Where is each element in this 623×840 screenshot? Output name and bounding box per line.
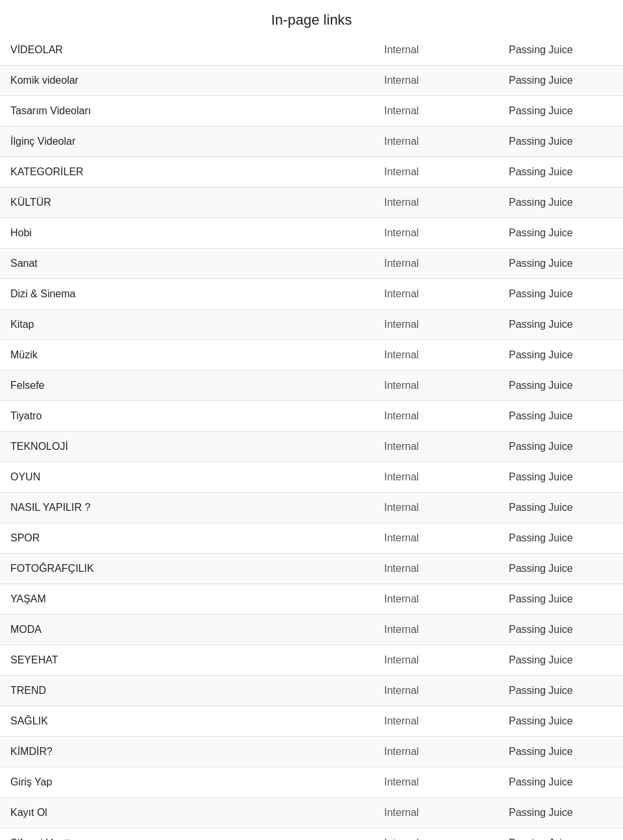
table-row: TEKNOLOJİInternalPassing Juice	[0, 432, 623, 462]
juice-cell: Passing Juice	[498, 493, 623, 523]
type-cell: Internal	[374, 706, 498, 737]
link-cell: MODA	[0, 615, 374, 645]
link-cell: KİMDİR?	[0, 737, 374, 767]
link-cell: FOTOĞRAFÇILIK	[0, 554, 374, 584]
type-cell: Internal	[374, 127, 498, 157]
type-cell: Internal	[374, 279, 498, 310]
type-cell: Internal	[374, 249, 498, 279]
table-row: Kayıt OlInternalPassing Juice	[0, 798, 623, 828]
table-row: MODAInternalPassing Juice	[0, 615, 623, 645]
table-row: İlginç VideolarInternalPassing Juice	[0, 127, 623, 157]
type-cell: Internal	[374, 828, 498, 841]
juice-cell: Passing Juice	[498, 554, 623, 584]
juice-cell: Passing Juice	[498, 127, 623, 157]
type-cell: Internal	[374, 523, 498, 554]
link-cell: YAŞAM	[0, 584, 374, 615]
juice-cell: Passing Juice	[498, 35, 623, 66]
type-cell: Internal	[374, 615, 498, 645]
page-title: In-page links	[0, 0, 623, 35]
type-cell: Internal	[374, 157, 498, 188]
table-row: KATEGORİLERInternalPassing Juice	[0, 157, 623, 188]
type-cell: Internal	[374, 493, 498, 523]
link-cell: Tasarım Videoları	[0, 96, 374, 127]
type-cell: Internal	[374, 66, 498, 96]
type-cell: Internal	[374, 554, 498, 584]
table-row: FOTOĞRAFÇILIKInternalPassing Juice	[0, 554, 623, 584]
type-cell: Internal	[374, 432, 498, 462]
juice-cell: Passing Juice	[498, 157, 623, 188]
table-row: NASIL YAPILIR ?InternalPassing Juice	[0, 493, 623, 523]
type-cell: Internal	[374, 462, 498, 493]
juice-cell: Passing Juice	[498, 188, 623, 218]
link-cell: Şifremi Unuttum	[0, 828, 374, 841]
table-row: Giriş YapInternalPassing Juice	[0, 767, 623, 798]
link-cell: OYUN	[0, 462, 374, 493]
juice-cell: Passing Juice	[498, 310, 623, 340]
table-row: SPORInternalPassing Juice	[0, 523, 623, 554]
juice-cell: Passing Juice	[498, 615, 623, 645]
link-cell: Hobi	[0, 218, 374, 249]
type-cell: Internal	[374, 310, 498, 340]
type-cell: Internal	[374, 96, 498, 127]
type-cell: Internal	[374, 737, 498, 767]
table-row: OYUNInternalPassing Juice	[0, 462, 623, 493]
link-cell: Sanat	[0, 249, 374, 279]
table-row: Tasarım VideolarıInternalPassing Juice	[0, 96, 623, 127]
type-cell: Internal	[374, 401, 498, 432]
table-row: KÜLTÜRInternalPassing Juice	[0, 188, 623, 218]
link-cell: İlginç Videolar	[0, 127, 374, 157]
table-row: SAĞLIKInternalPassing Juice	[0, 706, 623, 737]
juice-cell: Passing Juice	[498, 676, 623, 706]
table-row: SanatInternalPassing Juice	[0, 249, 623, 279]
table-row: HobiInternalPassing Juice	[0, 218, 623, 249]
juice-cell: Passing Juice	[498, 432, 623, 462]
link-cell: Kitap	[0, 310, 374, 340]
juice-cell: Passing Juice	[498, 249, 623, 279]
table-row: YAŞAMInternalPassing Juice	[0, 584, 623, 615]
table-row: TRENDInternalPassing Juice	[0, 676, 623, 706]
link-cell: TEKNOLOJİ	[0, 432, 374, 462]
table-row: KitapInternalPassing Juice	[0, 310, 623, 340]
type-cell: Internal	[374, 584, 498, 615]
juice-cell: Passing Juice	[498, 767, 623, 798]
juice-cell: Passing Juice	[498, 645, 623, 676]
link-cell: Kayıt Ol	[0, 798, 374, 828]
type-cell: Internal	[374, 218, 498, 249]
table-row: MüzikInternalPassing Juice	[0, 340, 623, 371]
table-row: Dizi & SinemaInternalPassing Juice	[0, 279, 623, 310]
juice-cell: Passing Juice	[498, 737, 623, 767]
juice-cell: Passing Juice	[498, 96, 623, 127]
juice-cell: Passing Juice	[498, 462, 623, 493]
juice-cell: Passing Juice	[498, 279, 623, 310]
type-cell: Internal	[374, 188, 498, 218]
type-cell: Internal	[374, 371, 498, 401]
link-cell: Dizi & Sinema	[0, 279, 374, 310]
juice-cell: Passing Juice	[498, 523, 623, 554]
juice-cell: Passing Juice	[498, 371, 623, 401]
table-row: SEYEHATInternalPassing Juice	[0, 645, 623, 676]
juice-cell: Passing Juice	[498, 218, 623, 249]
link-cell: Komik videolar	[0, 66, 374, 96]
type-cell: Internal	[374, 676, 498, 706]
table-row: VİDEOLARInternalPassing Juice	[0, 35, 623, 66]
juice-cell: Passing Juice	[498, 401, 623, 432]
link-cell: NASIL YAPILIR ?	[0, 493, 374, 523]
juice-cell: Passing Juice	[498, 706, 623, 737]
juice-cell: Passing Juice	[498, 340, 623, 371]
table-row: TiyatroInternalPassing Juice	[0, 401, 623, 432]
link-cell: Müzik	[0, 340, 374, 371]
table-row: FelsefeInternalPassing Juice	[0, 371, 623, 401]
link-cell: TREND	[0, 676, 374, 706]
link-cell: Giriş Yap	[0, 767, 374, 798]
type-cell: Internal	[374, 645, 498, 676]
link-cell: SEYEHAT	[0, 645, 374, 676]
juice-cell: Passing Juice	[498, 798, 623, 828]
juice-cell: Passing Juice	[498, 828, 623, 841]
link-cell: SAĞLIK	[0, 706, 374, 737]
type-cell: Internal	[374, 340, 498, 371]
link-cell: VİDEOLAR	[0, 35, 374, 66]
table-row: Şifremi UnuttumInternalPassing Juice	[0, 828, 623, 841]
juice-cell: Passing Juice	[498, 66, 623, 96]
link-cell: Tiyatro	[0, 401, 374, 432]
type-cell: Internal	[374, 798, 498, 828]
